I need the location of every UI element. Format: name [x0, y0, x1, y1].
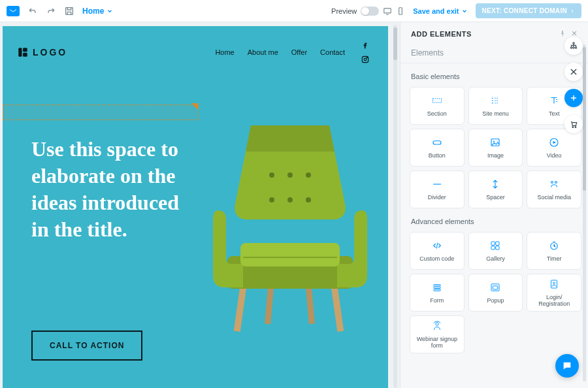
element-tile-webinar[interactable]: Webinar signup form [410, 315, 465, 353]
form-icon [430, 282, 444, 293]
add-element-tool[interactable] [564, 89, 583, 107]
nav-item[interactable]: About me [248, 48, 278, 56]
design-canvas[interactable]: LOGO Home About me Offer Contact Use thi… [3, 26, 388, 388]
element-tile-gallery[interactable]: Gallery [468, 232, 523, 270]
tile-label: Spacer [486, 194, 505, 201]
svg-rect-22 [433, 99, 442, 103]
text-icon [547, 95, 561, 106]
element-tile-menu[interactable]: Site menu [468, 87, 523, 125]
element-tile-code[interactable]: Custom code [410, 232, 465, 270]
svg-rect-35 [434, 287, 441, 288]
element-tile-section[interactable]: Section [410, 87, 465, 125]
mobile-icon[interactable] [396, 7, 405, 16]
tile-label: Text [549, 110, 560, 117]
element-tile-divider[interactable]: Divider [410, 170, 465, 208]
element-tile-spacer[interactable]: Spacer [468, 170, 523, 208]
video-icon [547, 137, 561, 148]
hero-text[interactable]: Use this space to elaborate on the ideas… [31, 136, 201, 243]
tile-label: Login/ Registration [530, 294, 578, 307]
element-tile-timer[interactable]: Timer [527, 232, 581, 270]
svg-rect-38 [493, 286, 498, 289]
nav-item[interactable]: Home [215, 48, 234, 56]
svg-point-7 [364, 58, 367, 61]
element-tile-image[interactable]: Image [468, 129, 523, 167]
section-label: Elements [411, 48, 444, 57]
svg-point-44 [573, 47, 574, 48]
element-tile-form[interactable]: Form [410, 274, 465, 312]
svg-rect-4 [23, 48, 27, 52]
svg-point-47 [575, 127, 576, 128]
structure-tool[interactable] [564, 37, 583, 55]
element-tile-social[interactable]: Social media [527, 170, 581, 208]
save-exit-label: Save and exit [413, 7, 459, 15]
preview-label: Preview [331, 7, 357, 15]
close-tool[interactable] [564, 63, 583, 81]
cta-button[interactable]: CALL TO ACTION [31, 331, 142, 361]
nav-item[interactable]: Contact [320, 48, 345, 56]
home-dropdown[interactable]: Home [82, 7, 113, 16]
instagram-icon[interactable] [361, 55, 370, 64]
tile-label: Site menu [482, 110, 509, 117]
timer-icon [547, 240, 561, 251]
svg-point-16 [269, 172, 274, 178]
facebook-icon[interactable] [361, 40, 370, 50]
tile-label: Form [430, 297, 444, 304]
element-tile-button[interactable]: Button [410, 129, 465, 167]
button-icon [430, 137, 444, 148]
tile-label: Gallery [486, 255, 505, 262]
next-connect-domain-button[interactable]: NEXT: CONNECT DOMAIN [476, 3, 581, 18]
site-logo[interactable]: LOGO [17, 46, 67, 58]
tile-label: Custom code [419, 255, 454, 262]
divider-icon [430, 178, 444, 190]
element-tile-video[interactable]: Video [527, 129, 581, 167]
desktop-icon[interactable] [383, 7, 392, 16]
login-icon [547, 278, 561, 290]
tile-label: Video [547, 152, 562, 159]
image-icon [488, 137, 502, 148]
app-logo[interactable] [7, 6, 20, 16]
tile-label: Button [429, 152, 446, 159]
svg-rect-32 [496, 246, 499, 250]
svg-rect-14 [240, 243, 340, 267]
cart-tool[interactable] [564, 115, 583, 133]
svg-rect-23 [433, 141, 441, 144]
svg-point-25 [493, 140, 495, 142]
svg-point-28 [555, 182, 557, 184]
svg-rect-2 [399, 7, 402, 14]
svg-point-18 [306, 172, 311, 178]
chevron-down-icon [461, 8, 468, 14]
elements-section-toggle[interactable]: Elements [400, 43, 588, 63]
undo-icon[interactable] [27, 6, 38, 16]
element-tile-login[interactable]: Login/ Registration [527, 274, 581, 312]
svg-rect-12 [306, 287, 315, 325]
svg-rect-5 [23, 53, 27, 57]
selected-empty-container[interactable] [3, 105, 199, 120]
tile-label: Timer [547, 255, 562, 262]
tile-label: Webinar signup form [413, 336, 461, 349]
next-label: NEXT: CONNECT DOMAIN [482, 7, 567, 14]
svg-point-27 [551, 182, 553, 184]
element-tile-popup[interactable]: Popup [468, 274, 523, 312]
webinar-icon [430, 320, 444, 332]
svg-rect-10 [331, 283, 344, 332]
nav-item[interactable]: Offer [291, 48, 307, 56]
save-icon[interactable] [64, 6, 74, 16]
panel-scrollbar[interactable] [583, 44, 586, 381]
tile-label: Popup [487, 297, 504, 304]
save-and-exit[interactable]: Save and exit [413, 7, 467, 15]
redo-icon[interactable] [46, 6, 56, 16]
svg-point-41 [436, 323, 439, 326]
svg-point-46 [572, 127, 574, 128]
svg-rect-36 [434, 289, 441, 291]
svg-rect-3 [18, 48, 22, 57]
spacer-icon [488, 178, 502, 190]
svg-point-20 [287, 197, 293, 202]
canvas-scrollbar[interactable] [391, 22, 400, 388]
section-icon [430, 95, 444, 106]
chat-fab[interactable] [555, 354, 579, 378]
menu-icon [488, 95, 502, 106]
svg-rect-1 [384, 8, 391, 12]
svg-rect-9 [234, 283, 247, 332]
preview-toggle[interactable] [361, 7, 379, 16]
chair-image[interactable] [200, 112, 380, 334]
